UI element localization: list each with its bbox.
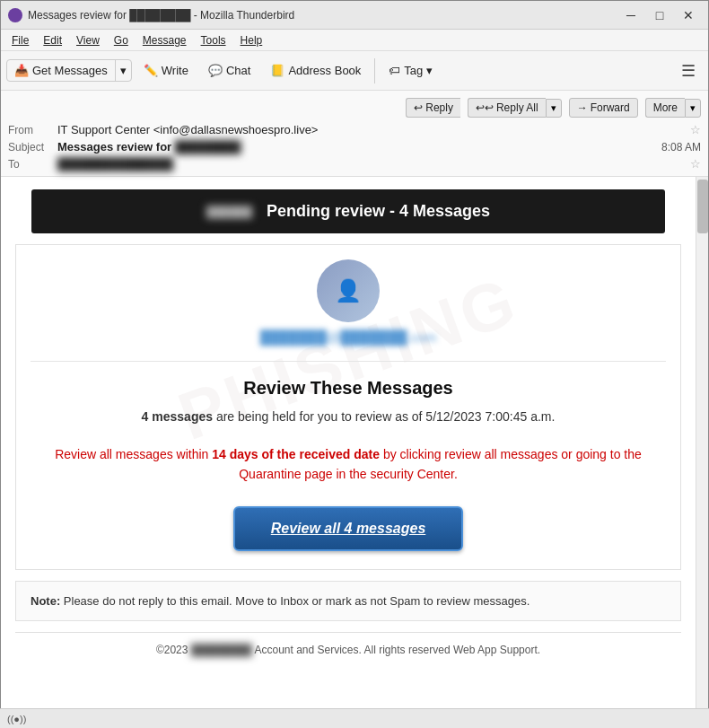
to-star-icon[interactable]: ☆ [690, 157, 701, 171]
tag-icon: 🏷 [389, 64, 400, 77]
content-area: ██████ Pending review - 4 Messages PHISH… [1, 177, 708, 728]
note-section: Note: Please do not reply to this email.… [15, 581, 681, 622]
user-section: 👤 ███████@███████.com [16, 245, 680, 354]
more-button[interactable]: More [645, 98, 685, 118]
footer-section: ©2023 ████████ Account and Services. All… [15, 632, 681, 667]
hamburger-menu-button[interactable]: ☰ [674, 57, 703, 84]
avatar-initials: 👤 [335, 278, 362, 303]
review-title: Review These Messages [16, 378, 680, 399]
review-all-messages-button[interactable]: Review all 4 messages [233, 506, 464, 551]
note-label: Note: [31, 594, 60, 608]
note-text: Please do not reply to this email. Move … [60, 594, 530, 608]
review-desc: 4 messages are being held for you to rev… [16, 408, 680, 426]
minimize-button[interactable]: ─ [618, 5, 643, 25]
close-button[interactable]: ✕ [676, 5, 701, 25]
review-desc-text: are being held for you to review as of 5… [213, 409, 555, 424]
to-value: ██████████████ [57, 157, 690, 171]
reply-all-dropdown[interactable]: ▾ [546, 99, 562, 118]
write-icon: ✏️ [144, 64, 158, 77]
menu-file[interactable]: File [4, 32, 36, 48]
app-icon [8, 8, 22, 22]
get-messages-button[interactable]: 📥 Get Messages [7, 60, 116, 81]
forward-icon: → [577, 101, 588, 114]
more-group: More ▾ [645, 98, 701, 118]
message-count-bold: 4 messages [142, 409, 213, 424]
chat-button[interactable]: 💬 Chat [200, 59, 258, 82]
scrollbar-track[interactable] [696, 177, 708, 728]
review-btn-container: Review all 4 messages [16, 506, 680, 551]
warning-text: Review all messages within 14 days of th… [16, 444, 680, 485]
subject-row: Subject Messages review for ████████ 8:0… [1, 138, 708, 155]
email-body: ██████ Pending review - 4 Messages PHISH… [1, 177, 696, 728]
get-messages-dropdown[interactable]: ▾ [116, 60, 131, 81]
subject-value: Messages review for ████████ [57, 140, 661, 153]
wifi-icon: ((●)) [7, 714, 26, 724]
menu-go[interactable]: Go [107, 32, 136, 48]
window-title: Messages review for ████████ - Mozilla T… [28, 9, 618, 22]
main-content-inner: 👤 ███████@███████.com Review These Messa… [16, 245, 680, 551]
window-controls: ─ □ ✕ [618, 5, 701, 25]
pending-logo: ██████ [206, 206, 252, 218]
menu-help[interactable]: Help [233, 32, 270, 48]
toolbar-separator [374, 58, 375, 83]
reply-all-group: ↩↩ Reply All ▾ [468, 98, 562, 118]
forward-button[interactable]: → Forward [569, 98, 638, 118]
tag-dropdown-icon: ▾ [426, 64, 433, 77]
toolbar: 📥 Get Messages ▾ ✏️ Write 💬 Chat 📒 Addre… [1, 51, 708, 91]
reply-group: ↩ Reply [406, 98, 460, 118]
subject-label: Subject [8, 141, 57, 153]
pending-header-text: Pending review - 4 Messages [267, 202, 490, 221]
main-content-box: PHISHING 👤 ███████@███████.com Review Th… [15, 244, 681, 570]
reply-icon: ↩ [414, 101, 423, 114]
subject-blurred: ████████ [175, 140, 241, 153]
menu-tools[interactable]: Tools [194, 32, 233, 48]
email-actions-row: ↩ Reply ↩↩ Reply All ▾ → Forward More ▾ [1, 94, 708, 121]
address-book-icon: 📒 [270, 64, 284, 77]
from-row: From IT Support Center <info@dallasnewsh… [1, 121, 708, 138]
chat-icon: 💬 [208, 64, 223, 77]
from-value: IT Support Center <info@dallasnewshoespr… [57, 123, 690, 136]
status-bar: ((●)) [0, 708, 709, 728]
write-button[interactable]: ✏️ Write [136, 59, 197, 82]
email-header: ↩ Reply ↩↩ Reply All ▾ → Forward More ▾ … [1, 91, 708, 177]
pending-header-container: ██████ Pending review - 4 Messages [15, 189, 681, 233]
reply-all-icon: ↩↩ [476, 101, 494, 114]
inbox-icon: 📥 [14, 64, 29, 77]
title-bar: Messages review for ████████ - Mozilla T… [1, 1, 708, 30]
pending-header-banner: ██████ Pending review - 4 Messages [31, 189, 665, 233]
address-book-button[interactable]: 📒 Address Book [262, 59, 369, 82]
footer-company-blurred: ████████ [191, 644, 252, 656]
reply-button[interactable]: ↩ Reply [406, 98, 460, 118]
menu-message[interactable]: Message [136, 32, 194, 48]
email-time: 8:08 AM [661, 141, 701, 153]
warning-part1: Review all messages within [55, 447, 212, 461]
menu-edit[interactable]: Edit [36, 32, 69, 48]
reply-all-button[interactable]: ↩↩ Reply All [468, 98, 546, 118]
user-email-blurred: ███████@███████.com [16, 329, 680, 345]
from-star-icon[interactable]: ☆ [690, 123, 701, 136]
warning-bold: 14 days of the received date [212, 447, 380, 461]
user-avatar: 👤 [317, 259, 380, 322]
get-messages-group: 📥 Get Messages ▾ [6, 59, 132, 82]
to-label: To [8, 158, 57, 171]
more-dropdown[interactable]: ▾ [685, 99, 701, 118]
divider-1 [31, 361, 666, 362]
menu-bar: File Edit View Go Message Tools Help [1, 30, 708, 51]
email-content: ██████ Pending review - 4 Messages PHISH… [1, 189, 696, 667]
tag-button[interactable]: 🏷 Tag ▾ [381, 59, 441, 82]
maximize-button[interactable]: □ [647, 5, 672, 25]
scrollbar-thumb[interactable] [697, 180, 708, 233]
menu-view[interactable]: View [69, 32, 107, 48]
to-row: To ██████████████ ☆ [1, 155, 708, 172]
from-label: From [8, 124, 57, 136]
